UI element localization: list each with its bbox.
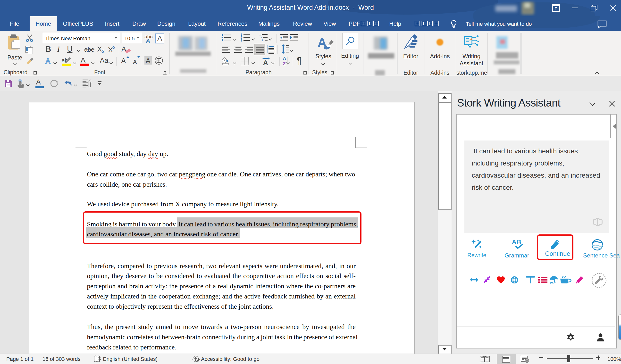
- svg-text:3: 3: [241, 39, 242, 42]
- svg-text:A: A: [283, 56, 286, 61]
- svg-text:1: 1: [259, 33, 261, 36]
- svg-text:A: A: [263, 59, 268, 66]
- svg-text:a: a: [261, 36, 262, 39]
- svg-text:Z: Z: [283, 61, 286, 66]
- svg-text:i: i: [262, 39, 263, 42]
